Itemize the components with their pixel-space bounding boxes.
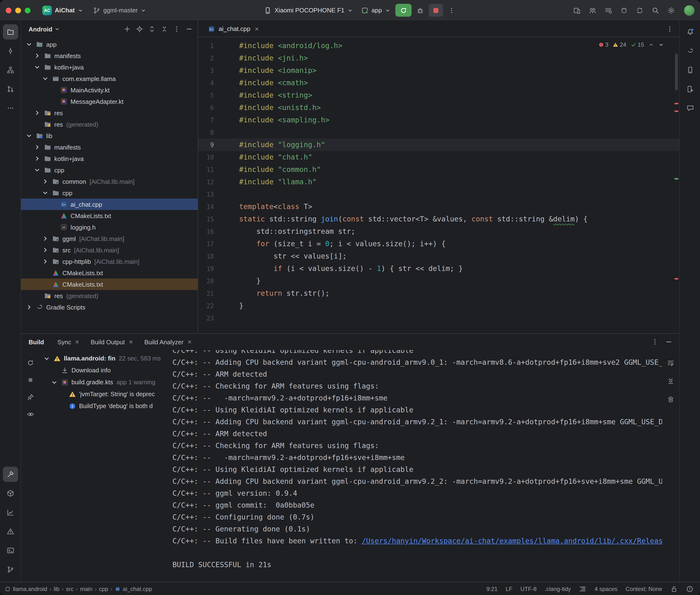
commit-button[interactable]	[3, 43, 18, 59]
code-line-9[interactable]: 9#include "logging.h"	[198, 139, 679, 151]
hide-button[interactable]	[183, 23, 195, 35]
project-tree-row[interactable]: app	[21, 38, 198, 50]
project-tree-row[interactable]: CMakeLists.txt	[21, 279, 198, 290]
profiler-button[interactable]	[3, 505, 18, 520]
collapse-all-button[interactable]	[158, 23, 170, 35]
build-tab-sync[interactable]: Sync	[53, 334, 85, 350]
code-line-13[interactable]: 13	[198, 188, 679, 200]
chevron-down-icon[interactable]	[41, 189, 49, 197]
code-line-20[interactable]: 20 }	[198, 275, 679, 287]
more-options-button[interactable]	[171, 23, 183, 35]
code-line-22[interactable]: 22}	[198, 300, 679, 312]
close-icon[interactable]	[187, 339, 193, 345]
project-tree-row[interactable]: common[AiChat.lib.main]	[21, 176, 198, 187]
project-tree-row[interactable]: lib	[21, 130, 198, 141]
code-line-2[interactable]: 2#include <jni.h>	[198, 52, 679, 64]
code-line-15[interactable]: 15static std::string join(const std::vec…	[198, 213, 679, 225]
close-window-button[interactable]	[6, 7, 11, 13]
chevron-right-icon[interactable]	[41, 246, 49, 254]
build-tree-row[interactable]: 'jvmTarget: String' is deprec	[40, 388, 170, 400]
run-configuration-selector[interactable]: app	[358, 4, 394, 16]
add-button[interactable]	[121, 23, 133, 35]
zoom-window-button[interactable]	[25, 7, 30, 13]
code-line-19[interactable]: 19 if (i < values.size() - 1) { str << d…	[198, 262, 679, 275]
soft-wrap-button[interactable]	[665, 357, 677, 369]
indent-style[interactable]: 4 spaces	[595, 586, 618, 592]
cursor-position[interactable]: 9:21	[486, 586, 498, 592]
search-button[interactable]	[648, 4, 663, 17]
error-stripe-mark[interactable]	[674, 278, 678, 280]
close-icon[interactable]	[75, 339, 80, 345]
warning-count[interactable]: 24	[613, 41, 626, 48]
breadcrumb-item[interactable]: C+ai_chat.cpp	[115, 586, 152, 592]
code-line-11[interactable]: 11#include "common.h"	[198, 163, 679, 176]
chevron-right-icon[interactable]	[41, 235, 49, 243]
project-tree-row[interactable]: manifests	[21, 141, 198, 153]
user-avatar[interactable]	[684, 5, 695, 16]
debug-button[interactable]	[413, 4, 427, 17]
build-options-button[interactable]	[649, 336, 661, 348]
running-devices-button[interactable]	[682, 81, 698, 97]
hide-build-window-button[interactable]	[663, 336, 674, 348]
device-selector[interactable]: Xiaomi POCOPHONE F1	[261, 4, 356, 16]
locate-file-button[interactable]	[133, 23, 145, 35]
code-editor[interactable]: 1#include <android/log.h>2#include <jni.…	[198, 37, 679, 333]
chevron-down-icon[interactable]	[33, 63, 41, 71]
build-tab-build-output[interactable]: Build Output	[86, 334, 139, 350]
more-tools-button[interactable]	[3, 101, 18, 116]
code-line-21[interactable]: 21 return str.str();	[198, 287, 679, 300]
error-stripe-mark[interactable]	[674, 178, 678, 179]
project-tree-row[interactable]: res(generated)	[21, 119, 198, 130]
expand-all-button[interactable]	[146, 23, 158, 35]
device-manager-button[interactable]	[682, 62, 698, 78]
project-tree-row[interactable]: kotlin+java	[21, 61, 198, 73]
project-tree-row[interactable]: manifests	[21, 50, 198, 61]
clear-all-button[interactable]	[665, 393, 677, 405]
build-tree-row[interactable]: Download info	[40, 364, 170, 376]
structure-button[interactable]	[3, 62, 18, 78]
editor-tab[interactable]: C+ ai_chat.cpp	[203, 21, 264, 37]
clang-tidy-widget[interactable]: .clang-tidy	[545, 586, 571, 592]
code-line-3[interactable]: 3#include <iomanip>	[198, 64, 679, 77]
project-tree-row[interactable]: Hlogging.h	[21, 221, 198, 233]
pull-requests-button[interactable]	[3, 81, 18, 97]
code-line-8[interactable]: 8	[198, 126, 679, 139]
breadcrumb-item[interactable]: src	[66, 586, 74, 592]
problems-button[interactable]	[3, 524, 18, 539]
chevron-down-icon[interactable]	[33, 166, 41, 174]
project-tree-row[interactable]: Gradle Scripts	[21, 302, 198, 313]
build-tab-build-analyzer[interactable]: Build Analyzer	[140, 334, 197, 350]
build-console[interactable]: C/C++: -- Using KleidiAI optimized kerne…	[170, 350, 662, 582]
close-tab-icon[interactable]	[254, 26, 259, 32]
error-stripe-mark[interactable]	[674, 103, 678, 104]
chevron-right-icon[interactable]	[41, 178, 49, 185]
minimize-window-button[interactable]	[15, 7, 21, 13]
chevron-right-icon[interactable]	[33, 143, 41, 151]
code-line-4[interactable]: 4#include <cmath>	[198, 77, 679, 89]
project-tree-row[interactable]: com.example.llama	[21, 73, 198, 84]
code-line-5[interactable]: 5#include <string>	[198, 89, 679, 102]
notifications-button[interactable]	[682, 24, 698, 39]
gradle-sync-button[interactable]	[633, 4, 647, 17]
project-tree-row[interactable]: cpp	[21, 187, 198, 199]
project-tree-row[interactable]: cpp-httplib[AiChat.lib.main]	[21, 256, 198, 267]
rerun-app-button[interactable]	[395, 4, 412, 17]
scroll-to-end-button[interactable]	[665, 375, 677, 387]
chevron-right-icon[interactable]	[25, 303, 33, 311]
code-line-18[interactable]: 18 str << values[i];	[198, 250, 679, 262]
more-run-actions-button[interactable]	[444, 4, 459, 17]
build-tree-row[interactable]: llama.android: fin22 sec, 583 ms	[40, 352, 170, 364]
pin-button[interactable]	[25, 391, 36, 403]
editor-scrollbar[interactable]	[675, 53, 678, 90]
dependencies-button[interactable]	[3, 486, 18, 501]
error-stripe[interactable]	[674, 37, 679, 333]
project-tree-row[interactable]: CMakeLists.txt	[21, 267, 198, 279]
inspections-toggle[interactable]	[579, 585, 587, 593]
file-encoding[interactable]: UTF-8	[521, 586, 537, 592]
chevron-right-icon[interactable]	[41, 258, 49, 265]
code-line-12[interactable]: 12#include "llama.h"	[198, 176, 679, 188]
stop-build-button[interactable]	[25, 374, 36, 386]
code-with-me-button[interactable]	[585, 4, 600, 17]
code-line-16[interactable]: 16 std::ostringstream str;	[198, 225, 679, 237]
preview-button[interactable]	[25, 408, 36, 420]
